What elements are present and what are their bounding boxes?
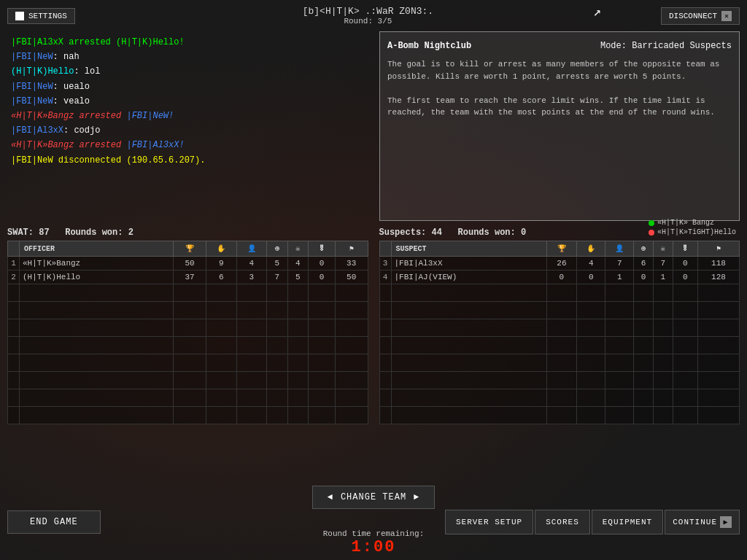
stat-val: 5 <box>267 257 287 271</box>
chat-text: |FBI|NeW <box>11 52 53 62</box>
col-flag: ⚑ <box>335 241 368 257</box>
end-game-label: END GAME <box>30 517 78 527</box>
chat-text: «H|T|K»Bangz arrested <box>11 140 126 150</box>
swat-score: SWAT: 87 <box>7 228 50 238</box>
stat-score: 0 <box>546 271 577 284</box>
stat-val: 3 <box>236 271 267 284</box>
stat-val: 50 <box>335 271 368 284</box>
change-team-label: CHANGE TEAM <box>341 492 406 502</box>
swat-header: SWAT: 87 Rounds won: 2 <box>7 225 368 241</box>
table-row-empty <box>8 319 368 337</box>
swat-section: SWAT: 87 Rounds won: 2 OFFICER 🏆 ✋ 👤 ⊕ ☠… <box>7 225 368 424</box>
disconnect-x-icon: ✕ <box>721 11 732 21</box>
suspects-rounds: Rounds won: 0 <box>458 228 527 238</box>
timer-label: Round time remaining: <box>0 529 747 538</box>
col-person: 👤 <box>605 241 634 257</box>
swat-rounds: Rounds won: 2 <box>65 228 133 238</box>
stat-val: 7 <box>267 271 287 284</box>
settings-checkbox: ✓ <box>15 12 24 20</box>
player-name: |FBI|Al3xX <box>391 257 546 271</box>
stat-val: 0 <box>309 257 336 271</box>
legend-item: «H|T|K» Bangz <box>649 219 736 227</box>
main-content: |FBI|Al3xX arrested (H|T|K)Hello! |FBI|N… <box>0 31 747 221</box>
stat-val: 33 <box>335 257 368 271</box>
col-person: 👤 <box>236 241 267 257</box>
chat-text: : nah <box>53 52 80 62</box>
disconnect-label: DISCONNECT <box>669 12 717 20</box>
table-row-empty <box>379 337 740 354</box>
chat-text: : vealo <box>53 96 90 106</box>
continue-arrow-icon: ▶ <box>720 516 732 528</box>
info-panel: A-Bomb Nightclub Mode: Barricaded Suspec… <box>379 31 740 221</box>
table-row-empty <box>8 354 368 372</box>
col-suspect: SUSPECT <box>391 241 546 257</box>
chat-panel: |FBI|Al3xX arrested (H|T|K)Hello! |FBI|N… <box>7 31 372 221</box>
info-location: A-Bomb Nightclub <box>387 39 471 52</box>
scores-label: SCORES <box>546 518 579 526</box>
stat-arrests: 0 <box>577 271 605 284</box>
col-handcuff: ✋ <box>577 241 605 257</box>
chat-line: |FBI|NeW disconnected (190.65.6.207). <box>11 154 368 168</box>
stat-score: 26 <box>546 257 577 271</box>
swat-table: OFFICER 🏆 ✋ 👤 ⊕ ☠ 🎖 ⚑ 1 «H|T|K»Bangz 50 … <box>7 241 368 424</box>
suspects-section: Suspects: 44 Rounds won: 0 SUSPECT 🏆 ✋ 👤… <box>379 225 740 424</box>
chat-line: (H|T|K)Hello: lol <box>11 65 368 79</box>
stat-val: 0 <box>309 271 336 284</box>
table-row-empty <box>8 302 368 319</box>
chat-text: |FBI|NeW <box>11 82 53 92</box>
legend-label: «H|T|K»TiGHT)Hello <box>657 228 736 236</box>
arrow-left-icon <box>328 492 333 502</box>
chat-text: : uealo <box>53 82 90 92</box>
equipment-label: EQUIPMENT <box>603 518 652 526</box>
chat-line: «H|T|K»Bangz arrested |FBI|NeW! <box>11 109 368 123</box>
chat-text: |FBI|Al3xX! <box>126 140 184 150</box>
stat-val: 0 <box>673 271 697 284</box>
bottom-controls: CHANGE TEAM <box>0 486 747 509</box>
table-row-empty <box>379 354 740 372</box>
score-area: SWAT: 87 Rounds won: 2 OFFICER 🏆 ✋ 👤 ⊕ ☠… <box>0 225 747 424</box>
chat-text: |FBI|NeW! <box>126 111 174 121</box>
row-num: 4 <box>379 271 391 284</box>
stat-score: 37 <box>174 271 206 284</box>
settings-button[interactable]: ✓ SETTINGS <box>7 8 75 24</box>
col-handcuff: ✋ <box>206 241 236 257</box>
table-row: 2 (H|T|K)Hello 37 6 3 7 5 0 50 <box>8 271 368 284</box>
table-row-empty <box>379 389 740 407</box>
info-header: A-Bomb Nightclub Mode: Barricaded Suspec… <box>387 39 732 52</box>
server-info: [b]<H|T|K> .:WaR Z0N3:. Round: 3/5 <box>303 6 433 26</box>
col-skull: ☠ <box>287 241 308 257</box>
stat-val: 4 <box>287 257 308 271</box>
settings-label: SETTINGS <box>28 12 67 20</box>
stat-val: 5 <box>287 271 308 284</box>
disconnect-button[interactable]: DISCONNECT ✕ <box>661 7 740 25</box>
arrow-right-icon <box>414 492 419 502</box>
table-row-empty <box>379 284 740 302</box>
top-bar: ✓ SETTINGS [b]<H|T|K> .:WaR Z0N3:. Round… <box>0 0 747 31</box>
chat-text: «H|T|K»Bangz arrested <box>11 111 126 121</box>
continue-label: CONTINUE <box>673 518 717 526</box>
stat-val: 1 <box>653 271 673 284</box>
change-team-button[interactable]: CHANGE TEAM <box>312 486 436 509</box>
table-row-empty <box>379 407 740 424</box>
section-gap <box>368 225 379 424</box>
row-num: 1 <box>8 257 20 271</box>
table-row-empty <box>8 389 368 407</box>
chat-text: |FBI|NeW disconnected (190.65.6.207). <box>11 155 205 166</box>
chat-line: |FBI|NeW: uealo <box>11 80 368 94</box>
chat-line: |FBI|NeW: vealo <box>11 95 368 109</box>
table-row-empty <box>379 302 740 319</box>
timer-area: Round time remaining: 1:00 <box>0 529 747 556</box>
col-crosshair: ⊕ <box>267 241 287 257</box>
stat-score: 50 <box>174 257 206 271</box>
stat-val: 118 <box>698 257 740 271</box>
stat-val: 128 <box>698 271 740 284</box>
chat-line: |FBI|Al3xX: codjo <box>11 124 368 138</box>
col-trophy: 🏆 <box>174 241 206 257</box>
chat-line: «H|T|K»Bangz arrested |FBI|Al3xX! <box>11 139 368 152</box>
chat-text: : lol <box>74 66 100 77</box>
suspects-table: SUSPECT 🏆 ✋ 👤 ⊕ ☠ 🎖 ⚑ 3 |FBI|Al3xX 26 4 … <box>379 241 740 424</box>
suspects-table-header: SUSPECT 🏆 ✋ 👤 ⊕ ☠ 🎖 ⚑ <box>379 241 740 257</box>
chat-text: |FBI|NeW <box>11 96 53 106</box>
stat-val: 1 <box>605 271 634 284</box>
info-description-2: The first team to reach the score limit … <box>387 95 732 119</box>
